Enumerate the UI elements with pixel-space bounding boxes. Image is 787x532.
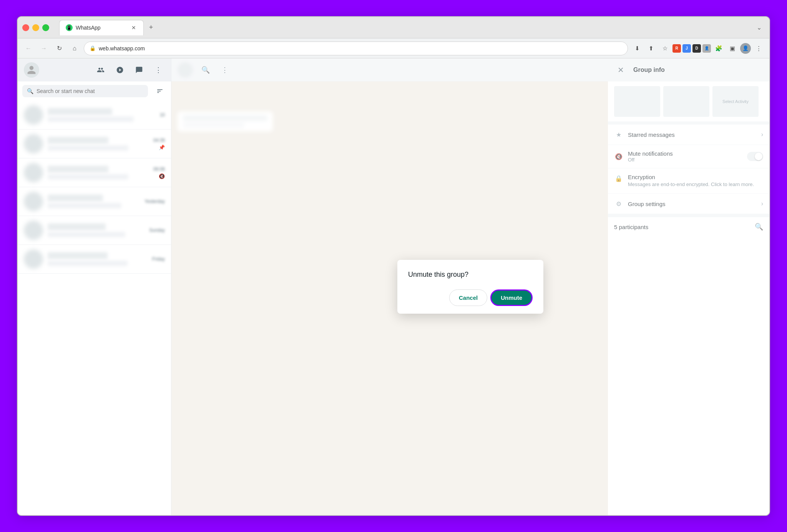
tab-bar: 📱 WhatsApp ✕ + ⌄ <box>59 20 765 35</box>
chat-info <box>48 252 148 266</box>
search-input[interactable] <box>37 88 143 94</box>
sidebar-header-icons: ⋮ <box>94 63 165 76</box>
browser-window: 📱 WhatsApp ✕ + ⌄ ← → ↻ ⌂ 🔒 web.whatsapp.… <box>17 16 770 516</box>
chat-info <box>48 137 149 151</box>
chat-item[interactable]: 04:39 📌 <box>18 130 171 158</box>
puzzle-icon[interactable]: 🧩 <box>712 42 725 55</box>
communities-icon[interactable] <box>94 63 107 76</box>
chat-item[interactable]: 06:08 🔇 <box>18 158 171 187</box>
chat-avatar <box>24 249 43 269</box>
traffic-lights <box>22 24 49 31</box>
toolbar-icons: ⬇ ⬆ ☆ R J D 👤 🧩 ▣ 👤 ⋮ <box>631 42 765 55</box>
sidebar-header: ⋮ <box>18 58 171 81</box>
more-options-icon[interactable]: ⋮ <box>152 63 165 76</box>
download-icon[interactable]: ⬇ <box>631 42 643 55</box>
chat-item[interactable]: Friday <box>18 245 171 274</box>
minimize-traffic-light[interactable] <box>32 24 39 31</box>
filter-icon[interactable] <box>153 85 166 98</box>
chat-item[interactable]: 10 <box>18 101 171 130</box>
forward-button[interactable]: → <box>38 42 50 55</box>
extension-icon-red[interactable]: R <box>672 44 681 53</box>
chat-avatar <box>24 134 43 153</box>
chat-meta: Friday <box>152 256 165 262</box>
browser-titlebar: 📱 WhatsApp ✕ + ⌄ <box>18 17 769 38</box>
chat-name <box>48 166 108 173</box>
chat-time: Friday <box>152 256 165 262</box>
chat-preview <box>48 116 134 122</box>
extension-icon-dark[interactable]: D <box>692 44 701 53</box>
chat-time: 04:39 <box>153 138 165 143</box>
chat-avatar <box>24 221 43 240</box>
maximize-traffic-light[interactable] <box>42 24 49 31</box>
tab-favicon: 📱 <box>66 24 73 31</box>
chat-meta: 04:39 📌 <box>153 138 165 150</box>
chat-meta: 06:08 🔇 <box>153 166 165 179</box>
chat-avatar <box>24 105 43 125</box>
sidebar-icon[interactable]: ▣ <box>726 42 739 55</box>
tab-title: WhatsApp <box>76 25 127 31</box>
chat-info <box>48 108 155 122</box>
dialog-message: Unmute this group? <box>408 271 533 279</box>
chat-time: Sunday <box>149 228 165 233</box>
chat-list: 10 04:39 📌 <box>18 101 171 515</box>
chat-avatar <box>24 163 43 182</box>
chat-preview <box>48 145 128 151</box>
chat-name <box>48 108 112 115</box>
address-bar[interactable]: 🔒 web.whatsapp.com <box>84 42 628 55</box>
search-bar[interactable]: 🔍 <box>22 85 148 97</box>
chat-preview <box>48 232 125 237</box>
cancel-button[interactable]: Cancel <box>449 289 487 306</box>
search-bar-container: 🔍 <box>18 81 171 101</box>
close-traffic-light[interactable] <box>22 24 29 31</box>
unmute-dialog: Unmute this group? Cancel Unmute <box>397 260 543 314</box>
chat-info <box>48 195 140 208</box>
chat-preview <box>48 203 121 208</box>
user-avatar[interactable] <box>24 62 39 78</box>
home-button[interactable]: ⌂ <box>68 42 81 55</box>
chat-name <box>48 195 103 201</box>
new-tab-button[interactable]: + <box>145 22 157 33</box>
bookmark-icon[interactable]: ☆ <box>659 42 671 55</box>
back-button[interactable]: ← <box>22 42 35 55</box>
wa-sidebar: ⋮ 🔍 <box>18 58 171 515</box>
chat-preview <box>48 261 128 266</box>
wa-main-area: 🔍 ⋮ <box>171 58 769 515</box>
chat-time: 10 <box>160 112 165 118</box>
extension-icon-blue[interactable]: J <box>682 44 691 53</box>
chat-meta: 10 <box>160 112 165 118</box>
chat-item[interactable]: Yesterday <box>18 187 171 216</box>
browser-toolbar: ← → ↻ ⌂ 🔒 web.whatsapp.com ⬇ ⬆ ☆ R J D 👤… <box>18 38 769 58</box>
new-chat-icon[interactable] <box>133 63 146 76</box>
status-icon[interactable] <box>113 63 126 76</box>
dialog-overlay: Unmute this group? Cancel Unmute <box>171 58 769 515</box>
chat-info <box>48 223 144 237</box>
unmute-button[interactable]: Unmute <box>490 289 533 306</box>
chat-time: 06:08 <box>153 166 165 172</box>
chat-info <box>48 166 149 180</box>
extension-icon-person[interactable]: 👤 <box>702 44 711 53</box>
chat-time: Yesterday <box>144 199 165 204</box>
chat-name <box>48 137 108 144</box>
dialog-buttons: Cancel Unmute <box>408 289 533 306</box>
reload-button[interactable]: ↻ <box>53 42 65 55</box>
chat-meta: Sunday <box>149 228 165 233</box>
tab-close-button[interactable]: ✕ <box>130 24 137 31</box>
menu-icon[interactable]: ⋮ <box>752 42 765 55</box>
address-text: web.whatsapp.com <box>99 45 622 52</box>
whatsapp-content: ⋮ 🔍 <box>18 58 769 515</box>
chat-item[interactable]: Sunday <box>18 216 171 245</box>
chat-preview <box>48 174 128 180</box>
search-icon: 🔍 <box>27 88 33 94</box>
share-icon[interactable]: ⬆ <box>645 42 657 55</box>
lock-icon: 🔒 <box>90 45 96 51</box>
chat-name <box>48 223 106 230</box>
active-tab[interactable]: 📱 WhatsApp ✕ <box>59 20 144 35</box>
chat-meta: Yesterday <box>144 199 165 204</box>
tab-dropdown-button[interactable]: ⌄ <box>754 22 765 33</box>
profile-icon[interactable]: 👤 <box>740 43 751 54</box>
chat-name <box>48 252 108 259</box>
chat-avatar <box>24 192 43 211</box>
